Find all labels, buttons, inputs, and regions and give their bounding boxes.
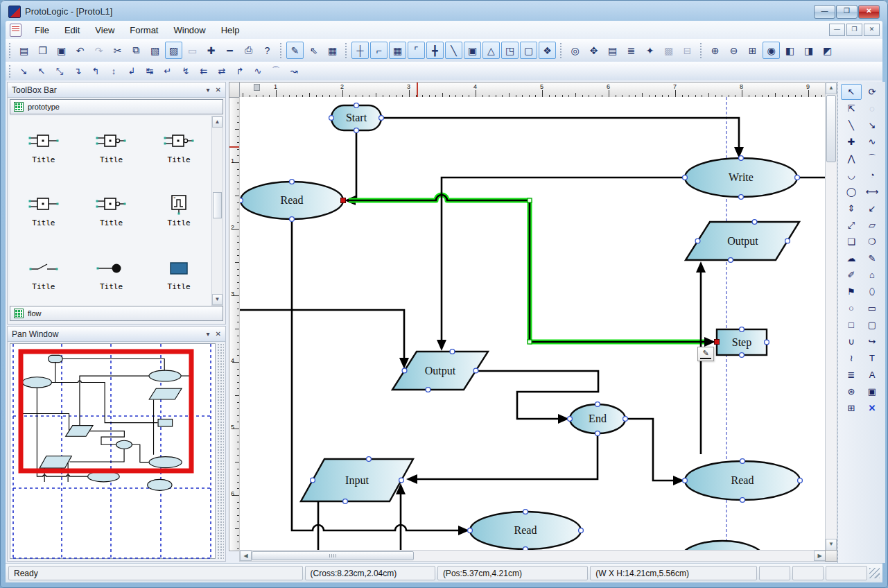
connection-port[interactable] xyxy=(739,195,744,200)
vscroll-thumb[interactable] xyxy=(826,95,836,162)
drawing-canvas[interactable]: StartWriteReadOutputStepOutputEndInputRe… xyxy=(239,97,826,550)
draw-mode-icon[interactable]: ✎ xyxy=(286,42,304,59)
rounded-rect-tool-icon[interactable]: ▢ xyxy=(862,317,882,333)
pick-object-icon[interactable]: ◳ xyxy=(501,42,519,59)
closed-curve-tool-icon[interactable]: ∪ xyxy=(841,334,862,349)
connection-port[interactable] xyxy=(290,180,295,184)
connection-port[interactable] xyxy=(240,198,243,203)
zoom-out-icon[interactable]: ⊖ xyxy=(725,42,742,59)
scroll-up-icon[interactable]: ▲ xyxy=(212,116,223,128)
dim-diagonal-tool-icon[interactable]: ⤢ xyxy=(841,217,862,233)
zoom-fit-width-icon[interactable]: ◧ xyxy=(781,42,799,59)
connector-end-to-input[interactable] xyxy=(415,433,598,479)
connection-port[interactable] xyxy=(468,528,473,533)
connection-port[interactable] xyxy=(568,417,573,422)
canvas-hscrollbar[interactable]: ◀ ▶ xyxy=(239,550,826,562)
brush-tool-icon[interactable]: ✐ xyxy=(841,267,862,283)
open-file-icon[interactable]: ❒ xyxy=(34,42,51,59)
connection-port[interactable] xyxy=(785,239,790,243)
connector-end-to-read-right[interactable] xyxy=(625,419,676,481)
connection-port[interactable] xyxy=(595,402,600,407)
ruler-indent-marker[interactable] xyxy=(254,84,260,91)
menu-window[interactable]: Window xyxy=(166,22,213,38)
zoom-window-icon[interactable]: ⊞ xyxy=(744,42,761,59)
save-file-icon[interactable]: ▣ xyxy=(53,42,70,59)
pan-window-view[interactable] xyxy=(10,343,216,559)
toolbox-section-prototype[interactable]: prototype xyxy=(10,99,223,114)
scrollbar-thumb[interactable] xyxy=(213,192,222,218)
connection-port[interactable] xyxy=(729,258,733,263)
zoom-fit-page-icon[interactable]: ◨ xyxy=(800,42,817,59)
connection-port[interactable] xyxy=(765,340,769,345)
toolbox-item-component[interactable]: Title xyxy=(28,193,60,227)
add-element-icon[interactable]: ✚ xyxy=(202,42,220,59)
connection-port[interactable] xyxy=(354,103,359,108)
connection-port[interactable] xyxy=(740,498,745,503)
active-connection-port[interactable] xyxy=(341,198,346,203)
connector-frame-tool-icon[interactable]: ▱ xyxy=(862,217,882,233)
mdi-minimize-button[interactable]: — xyxy=(829,24,845,36)
link-down-right-icon[interactable]: ↘ xyxy=(15,64,32,79)
connection-port[interactable] xyxy=(523,510,528,514)
toolbox-item-component[interactable]: Title xyxy=(28,130,60,164)
dim-vertical-tool-icon[interactable]: ⇕ xyxy=(841,200,862,216)
new-document-icon[interactable]: ▤ xyxy=(15,42,33,59)
zoom-in-icon[interactable]: ⊕ xyxy=(706,42,724,59)
menu-file[interactable]: File xyxy=(27,22,57,38)
elbow-return-icon[interactable]: ↵ xyxy=(159,64,176,79)
menu-help[interactable]: Help xyxy=(214,22,247,38)
undo-icon[interactable]: ↶ xyxy=(71,42,89,59)
connection-port[interactable] xyxy=(367,457,372,462)
pan-window-header[interactable]: Pan Window ▾ ✕ xyxy=(8,327,225,342)
connection-port[interactable] xyxy=(399,478,404,483)
oval-tool-icon[interactable]: ⬯ xyxy=(862,284,882,300)
select-add-icon[interactable]: ⇱ xyxy=(841,101,862,116)
link-diagonal-both-icon[interactable]: ⤡ xyxy=(51,64,68,79)
connection-port[interactable] xyxy=(740,353,745,358)
toolbar-grip[interactable] xyxy=(699,42,703,58)
scroll-right-icon[interactable]: ▶ xyxy=(814,551,826,561)
connection-port[interactable] xyxy=(426,388,430,392)
elbow-up-link-icon[interactable]: ↱ xyxy=(232,64,248,79)
connection-port[interactable] xyxy=(683,175,688,180)
horizontal-ruler[interactable]: 123456789 xyxy=(239,82,826,98)
double-left-link-icon[interactable]: ⇇ xyxy=(195,64,212,79)
wave-link-icon[interactable]: ∿ xyxy=(250,64,266,79)
connector-start-to-write[interactable] xyxy=(381,118,739,150)
polyline-tool-icon[interactable]: ⋀ xyxy=(841,150,862,166)
square-tool-icon[interactable]: □ xyxy=(841,317,862,333)
banner-tool-icon[interactable]: ⚑ xyxy=(841,284,862,300)
title-bar[interactable]: ProtoLogic - [ProtoL1] —❐✕ xyxy=(6,2,882,21)
menu-edit[interactable]: Edit xyxy=(57,22,87,38)
connection-port[interactable] xyxy=(740,327,745,332)
select-icon[interactable]: ↖ xyxy=(841,84,862,100)
toolbox-item-component-bubble[interactable]: Title xyxy=(95,193,127,227)
toolbar-grip[interactable] xyxy=(8,64,12,78)
frame-tool-icon[interactable]: ▢ xyxy=(520,42,537,59)
toolbox-section-flow[interactable]: flow xyxy=(10,306,223,321)
connection-port[interactable] xyxy=(695,239,700,243)
connection-port[interactable] xyxy=(579,528,584,533)
spline-tool-icon[interactable]: ∿ xyxy=(862,134,882,150)
menu-view[interactable]: View xyxy=(87,22,122,38)
cloud-tool-icon[interactable]: ☁ xyxy=(841,250,862,266)
toolbox-item-component-bubble[interactable]: Title xyxy=(163,130,195,164)
toolbox-scrollbar[interactable]: ▲ ▼ xyxy=(211,116,223,306)
toolbar-grip[interactable] xyxy=(8,42,12,58)
pan-viewport-rect[interactable] xyxy=(21,352,191,471)
toolbar-grip[interactable] xyxy=(559,42,563,58)
styled-text-tool-icon[interactable]: ≣ xyxy=(841,367,862,383)
document-icon[interactable] xyxy=(10,24,21,37)
toolbox-item-block[interactable]: Title xyxy=(163,257,195,291)
link-up-left-icon[interactable]: ↖ xyxy=(33,64,50,79)
toolbox-item-node[interactable]: Title xyxy=(95,257,127,291)
delete-tool-icon[interactable]: ✕ xyxy=(862,400,882,416)
connection-port[interactable] xyxy=(798,478,803,483)
circle-tool-icon[interactable]: ○ xyxy=(841,300,862,316)
text-tool-icon[interactable]: T xyxy=(862,350,882,366)
squiggle-tool-icon[interactable]: ≀ xyxy=(841,350,862,366)
link-horizontal-both-icon[interactable]: ↹ xyxy=(141,64,158,79)
arrow-line-tool-icon[interactable]: ↘ xyxy=(862,117,882,133)
connection-port[interactable] xyxy=(379,116,384,121)
minimize-button[interactable]: — xyxy=(814,5,835,19)
